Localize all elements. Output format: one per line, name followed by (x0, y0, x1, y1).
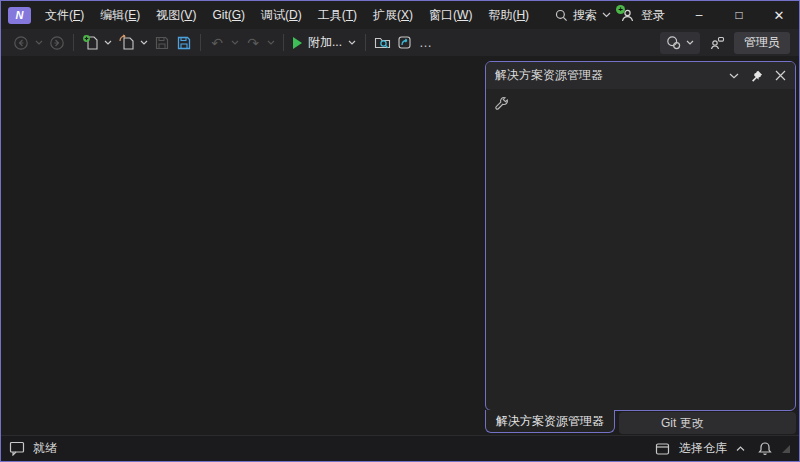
sign-in-button[interactable]: + 登录 (620, 7, 665, 24)
save-all-button[interactable] (173, 32, 195, 54)
plus-badge-icon: + (616, 5, 625, 14)
menu-help[interactable]: 帮助(H) (480, 1, 537, 29)
new-project-button[interactable] (79, 32, 101, 54)
open-file-button[interactable] (115, 32, 137, 54)
attach-label: 附加... (308, 34, 342, 51)
navigate-forward-button[interactable] (46, 32, 68, 54)
new-project-dropdown[interactable] (101, 32, 115, 54)
resize-grip[interactable] (781, 444, 791, 454)
chevron-up-icon[interactable] (736, 446, 745, 452)
send-feedback-button[interactable] (706, 32, 728, 54)
chevron-down-icon (602, 12, 611, 18)
window-switch-button[interactable] (393, 32, 415, 54)
pin-icon[interactable] (751, 70, 763, 82)
feedback-person-icon (709, 35, 725, 51)
panel-options-chevron-icon[interactable] (729, 73, 739, 79)
menu-file[interactable]: 文件(F) (37, 1, 92, 29)
menu-bar: 文件(F)编辑(E)视图(V)Git(G)调试(D)工具(T)扩展(X)窗口(W… (37, 1, 537, 29)
close-button[interactable]: ✕ (759, 1, 799, 29)
solution-explorer-body (486, 89, 795, 410)
menu-view[interactable]: 视图(V) (148, 1, 204, 29)
chevron-down-icon (348, 40, 356, 45)
menu-window[interactable]: 窗口(W) (421, 1, 480, 29)
menu-git[interactable]: Git(G) (204, 1, 253, 29)
tab-git-changes[interactable]: Git 更改 (619, 412, 796, 434)
open-file-dropdown[interactable] (137, 32, 151, 54)
tool-window-tab-strip: 解决方案资源管理器Git 更改 (485, 411, 796, 435)
solution-explorer-tool-window: 解决方案资源管理器 (485, 61, 796, 435)
editor-area: 解决方案资源管理器 (1, 56, 799, 435)
repository-icon (655, 442, 670, 456)
sign-in-label: 登录 (641, 7, 665, 24)
search-box[interactable]: 搜索 (549, 4, 617, 26)
main-toolbar: ↶ ↷ 附加... … (1, 29, 799, 56)
close-panel-icon[interactable] (775, 70, 786, 81)
status-ready-label: 就绪 (33, 440, 57, 457)
play-icon (293, 37, 302, 49)
status-bar: 就绪 选择仓库 (1, 435, 799, 461)
solution-explorer-panel: 解决方案资源管理器 (485, 61, 796, 411)
maximize-button[interactable]: □ (719, 1, 759, 29)
toolbar-overflow-button[interactable]: … (415, 32, 437, 54)
wrench-icon[interactable] (494, 96, 787, 111)
navigate-back-button[interactable] (10, 32, 32, 54)
menu-edit[interactable]: 编辑(E) (92, 1, 148, 29)
redo-button[interactable]: ↷ (242, 32, 264, 54)
menu-debug[interactable]: 调试(D) (253, 1, 310, 29)
account-icon: + (620, 8, 635, 23)
save-button[interactable] (151, 32, 173, 54)
select-repository-button[interactable]: 选择仓库 (679, 440, 727, 457)
live-share-button[interactable] (660, 32, 700, 54)
visual-studio-logo-icon: N (8, 7, 31, 24)
search-label: 搜索 (573, 7, 597, 24)
solution-explorer-header[interactable]: 解决方案资源管理器 (486, 62, 795, 89)
notifications-bell-icon[interactable] (758, 441, 772, 456)
chevron-down-icon (686, 40, 694, 45)
minimize-button[interactable]: – (679, 1, 719, 29)
menu-extensions[interactable]: 扩展(X) (365, 1, 421, 29)
redo-dropdown[interactable] (264, 32, 278, 54)
live-share-icon (666, 35, 682, 51)
tab-solution-explorer[interactable]: 解决方案资源管理器 (485, 410, 615, 433)
message-icon[interactable] (9, 441, 25, 456)
undo-button[interactable]: ↶ (206, 32, 228, 54)
search-icon (555, 9, 568, 22)
menu-tools[interactable]: 工具(T) (310, 1, 365, 29)
navigate-back-dropdown[interactable] (32, 32, 46, 54)
find-in-files-button[interactable] (371, 32, 393, 54)
administrator-badge[interactable]: 管理员 (734, 32, 790, 54)
undo-dropdown[interactable] (228, 32, 242, 54)
attach-debugger-button[interactable]: 附加... (289, 32, 360, 54)
vs-window: N 文件(F)编辑(E)视图(V)Git(G)调试(D)工具(T)扩展(X)窗口… (0, 0, 800, 462)
title-bar: N 文件(F)编辑(E)视图(V)Git(G)调试(D)工具(T)扩展(X)窗口… (1, 1, 799, 29)
solution-explorer-title: 解决方案资源管理器 (495, 67, 603, 84)
